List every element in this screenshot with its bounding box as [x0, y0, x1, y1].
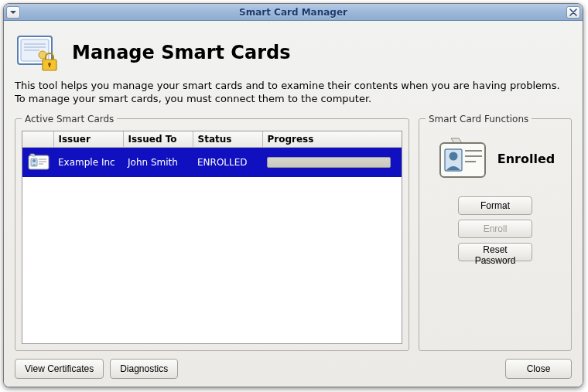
- table-row[interactable]: Example Inc John Smith ENROLLED: [22, 147, 402, 177]
- intro-text: This tool helps you manage your smart ca…: [15, 80, 572, 106]
- bottom-button-row: View Certificates Diagnostics Close: [15, 359, 572, 379]
- certificate-lock-icon: [15, 32, 61, 73]
- functions-group: Smart Card Functions Enrolled: [419, 114, 572, 351]
- titlebar: Smart Card Manager: [4, 4, 583, 21]
- window-title: Smart Card Manager: [22, 7, 564, 18]
- functions-status-row: Enrolled: [436, 135, 555, 183]
- cell-progress: [262, 147, 402, 177]
- intro-line-1: This tool helps you manage your smart ca…: [15, 80, 560, 91]
- row-card-icon: [22, 147, 53, 177]
- close-window-button[interactable]: [566, 6, 580, 19]
- functions-legend: Smart Card Functions: [426, 114, 532, 124]
- active-cards-legend: Active Smart Cards: [22, 114, 117, 124]
- id-card-icon: [436, 135, 490, 183]
- format-button[interactable]: Format: [458, 196, 532, 215]
- close-button[interactable]: Close: [505, 359, 572, 379]
- col-header-icon[interactable]: [22, 131, 53, 148]
- col-header-issued-to[interactable]: Issued To: [123, 131, 193, 148]
- table-header-row: Issuer Issued To Status Progress: [22, 131, 402, 148]
- enroll-button: Enroll: [458, 220, 532, 238]
- header: Manage Smart Cards: [15, 32, 572, 73]
- svg-point-11: [449, 152, 457, 160]
- col-header-progress[interactable]: Progress: [262, 131, 402, 148]
- window-body: Manage Smart Cards This tool helps you m…: [4, 21, 583, 387]
- reset-password-button[interactable]: Reset Password: [458, 243, 532, 261]
- cell-status: ENROLLED: [193, 147, 262, 177]
- active-cards-group: Active Smart Cards Issuer Issued To Stat…: [15, 114, 409, 351]
- main-row: Active Smart Cards Issuer Issued To Stat…: [15, 114, 572, 351]
- col-header-status[interactable]: Status: [193, 131, 262, 148]
- app-window: Smart Card Manager Manage Smar: [3, 3, 583, 387]
- svg-rect-5: [49, 64, 50, 67]
- page-title: Manage Smart Cards: [72, 42, 290, 63]
- card-status-label: Enrolled: [497, 152, 555, 166]
- window-menu-button[interactable]: [6, 6, 20, 19]
- spacer: [184, 359, 499, 379]
- col-header-issuer[interactable]: Issuer: [53, 131, 123, 148]
- view-certificates-button[interactable]: View Certificates: [15, 359, 104, 379]
- cell-issued-to: John Smith: [123, 147, 193, 177]
- cell-issuer: Example Inc: [53, 147, 123, 177]
- progress-bar: [267, 157, 391, 168]
- diagnostics-button[interactable]: Diagnostics: [110, 359, 178, 379]
- cards-table-wrap: Issuer Issued To Status Progress: [22, 131, 402, 344]
- intro-line-2: To manage your smart cards, you must con…: [15, 93, 371, 104]
- svg-point-8: [32, 159, 36, 162]
- cards-table: Issuer Issued To Status Progress: [22, 131, 402, 177]
